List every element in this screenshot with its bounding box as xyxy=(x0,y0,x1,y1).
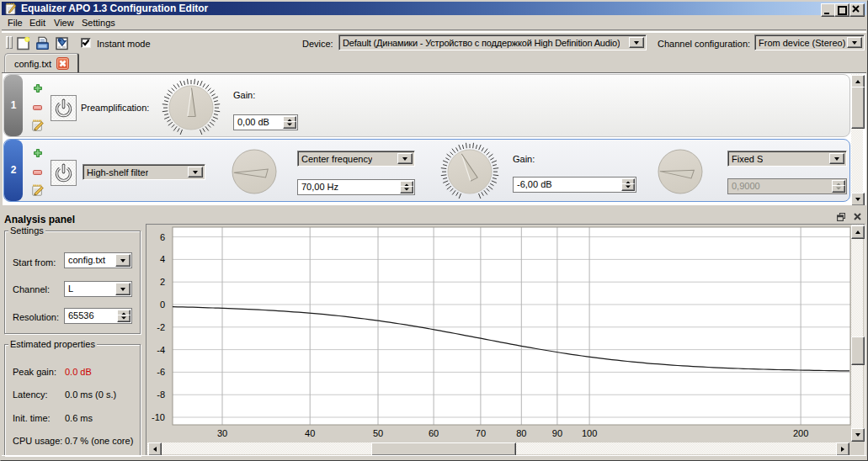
svg-text:90: 90 xyxy=(552,428,562,438)
svg-text:50: 50 xyxy=(373,428,383,438)
svg-text:70: 70 xyxy=(476,428,486,438)
svg-text:-10: -10 xyxy=(152,412,165,422)
svg-text:200: 200 xyxy=(793,428,808,438)
svg-text:2: 2 xyxy=(160,277,165,287)
svg-text:-4: -4 xyxy=(157,345,165,355)
svg-text:60: 60 xyxy=(429,428,439,438)
svg-text:6: 6 xyxy=(160,232,165,242)
svg-text:-2: -2 xyxy=(157,322,165,332)
svg-text:0: 0 xyxy=(160,299,165,310)
svg-text:4: 4 xyxy=(160,254,165,264)
svg-text:100: 100 xyxy=(582,428,597,438)
svg-text:40: 40 xyxy=(305,428,315,438)
svg-text:30: 30 xyxy=(217,428,227,438)
svg-text:80: 80 xyxy=(516,428,526,438)
svg-text:-6: -6 xyxy=(157,367,165,377)
svg-text:-8: -8 xyxy=(157,389,165,400)
